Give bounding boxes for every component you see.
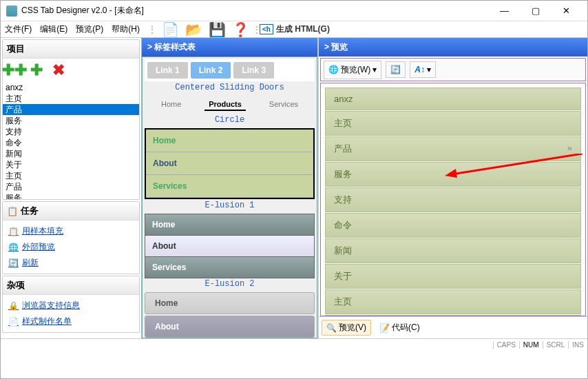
tree-item[interactable]: 主页 [3,170,139,181]
style-sliding-doors[interactable]: Link 1 Link 2 Link 3 [145,59,315,81]
arrow-annotation-icon [445,154,582,181]
tree-item[interactable]: 服务 [3,115,139,126]
menu-help[interactable]: 帮助(H) [112,23,140,35]
svg-marker-1 [445,169,457,178]
misc-link[interactable]: 📄样式制作名单 [6,314,136,329]
task-link[interactable]: 📋用样本填充 [6,223,136,239]
status-caps: CAPS [493,341,519,349]
window-title: CSS Tab Designer v2.0 - [未命名] [21,5,489,17]
tab-preview[interactable]: 🔍预览(V) [322,320,371,336]
style-circle[interactable]: Home Products Services [145,96,315,114]
preview-item[interactable]: anxz [325,88,581,110]
close-button[interactable]: ✕ [551,1,582,21]
delete-button[interactable]: ✖ [48,60,69,81]
menu-preview[interactable]: 预览(P) [76,23,103,35]
open-button[interactable]: 📂 [182,19,204,41]
refresh-preview-button[interactable]: 🔄 [386,61,406,78]
style-elusion1[interactable]: Home About Services [145,128,315,199]
svg-line-0 [452,154,582,174]
preview-item[interactable]: 主页 [325,289,581,314]
preview-item[interactable]: 命令 [325,213,581,238]
status-scrl: SCRL [543,341,569,349]
generate-label: 生成 HTML(G) [276,23,330,35]
add-multi-button[interactable]: ✚✚ [4,60,25,81]
preview-item[interactable]: 新闻 [325,238,581,263]
statusbar: CAPS NUM SCRL INS [1,338,587,351]
style-elusion2[interactable]: Home About Services [145,214,315,278]
task-link[interactable]: 🔄刷新 [6,255,136,271]
tree-item[interactable]: 产品 [3,181,139,192]
tree-item[interactable]: 新闻 [3,148,139,159]
styles-pane: > 标签样式表 Link 1 Link 2 Link 3 Centered Sl… [142,38,319,338]
preview-pane: > 预览 🌐预览(W) ▾ 🔄 A↕ ▾ anxz主页产品»服务支持命令新闻关于… [319,38,587,338]
project-header: 项目 [3,40,139,59]
misc-list: 🔒浏览器支持信息📄样式制作名单 [3,295,139,332]
add-button[interactable]: ✚ [26,60,47,81]
tasks-header: 📋任务 [3,202,139,221]
tree-item[interactable]: 支持 [3,126,139,137]
maximize-button[interactable]: ▢ [520,1,551,21]
tab-code[interactable]: 📝代码(C) [375,320,424,336]
font-size-button[interactable]: A↕ ▾ [410,61,436,78]
tree-item[interactable]: 产品 [3,104,139,115]
tree-item[interactable]: 主页 [3,93,139,104]
misc-header: 杂项 [3,276,139,295]
help-button[interactable]: ❓ [229,19,251,41]
preview-title: > 预览 [319,38,587,57]
status-ins: INS [568,341,587,349]
menu-edit[interactable]: 编辑(E) [40,23,67,35]
generate-html-button[interactable]: <h 生成 HTML(G) [257,23,333,35]
project-tree[interactable]: anxz主页产品服务支持命令新闻关于主页产品服务支持命令新闻 [3,82,139,199]
tree-item[interactable]: 服务 [3,192,139,199]
left-pane: 项目 ✚✚ ✚ ✖ anxz主页产品服务支持命令新闻关于主页产品服务支持命令新闻… [1,38,142,338]
new-button[interactable]: 📄 [159,19,181,41]
menubar: 文件(F) 编辑(E) 预览(P) 帮助(H) ⋮ 📄 📂 💾 ❓ ⋮ <h 生… [1,21,587,38]
tasks-list: 📋用样本填充🌐外部预览🔄刷新 [3,221,139,274]
preview-dropdown[interactable]: 🌐预览(W) ▾ [324,61,381,79]
menu-file[interactable]: 文件(F) [5,23,32,35]
save-button[interactable]: 💾 [206,19,228,41]
styles-title: > 标签样式表 [142,38,317,57]
status-num: NUM [519,341,543,349]
misc-link[interactable]: 🔒浏览器支持信息 [6,298,136,314]
tree-item[interactable]: anxz [3,82,139,93]
app-icon [6,6,17,17]
tree-item[interactable]: 关于 [3,159,139,170]
preview-item[interactable]: 关于 [325,264,581,289]
preview-item[interactable]: 产品 [325,315,581,316]
preview-area[interactable]: anxz主页产品»服务支持命令新闻关于主页产品服务 [320,83,586,316]
style-next[interactable]: Home About [145,292,315,338]
preview-item[interactable]: 主页 [325,111,581,136]
task-link[interactable]: 🌐外部预览 [6,239,136,255]
tree-item[interactable]: 命令 [3,137,139,148]
minimize-button[interactable]: — [489,1,520,21]
preview-item[interactable]: 支持 [325,187,581,212]
